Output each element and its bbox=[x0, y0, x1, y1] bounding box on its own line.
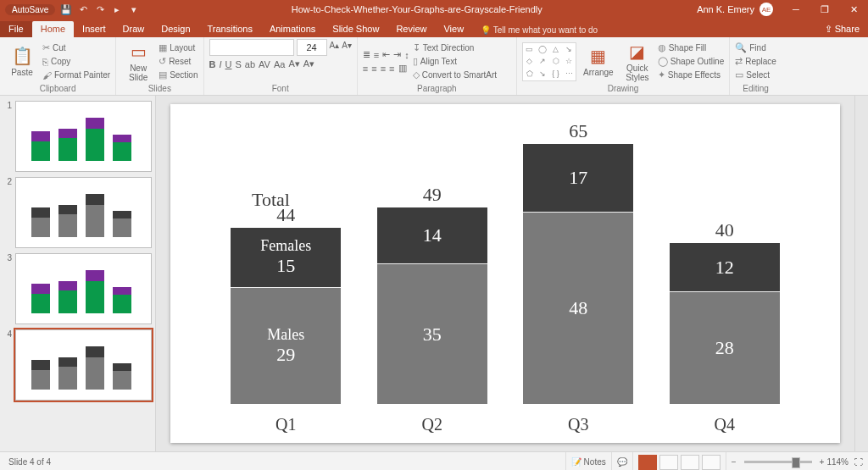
align-text-button[interactable]: ▯Align Text bbox=[413, 55, 497, 68]
highlight-button[interactable]: A▾ bbox=[288, 58, 299, 69]
slide-thumb-1[interactable] bbox=[15, 101, 152, 172]
tab-design[interactable]: Design bbox=[153, 21, 198, 37]
sorter-view-button[interactable] bbox=[659, 455, 678, 470]
bold-button[interactable]: B bbox=[209, 59, 216, 69]
normal-view-button[interactable] bbox=[638, 455, 657, 470]
indent-inc-button[interactable]: ⇥ bbox=[393, 49, 401, 60]
slideshow-icon[interactable]: ▸ bbox=[111, 3, 123, 15]
indent-dec-button[interactable]: ⇤ bbox=[382, 49, 390, 60]
format-painter-button[interactable]: 🖌Format Painter bbox=[42, 69, 110, 81]
line-spacing-button[interactable]: ↕ bbox=[404, 50, 409, 60]
tab-view[interactable]: View bbox=[435, 21, 472, 37]
spacing-button[interactable]: AV bbox=[259, 59, 270, 69]
save-icon[interactable]: 💾 bbox=[60, 3, 72, 15]
font-family-select[interactable] bbox=[209, 39, 294, 56]
find-button[interactable]: 🔍Find bbox=[735, 41, 776, 54]
zoom-slider[interactable] bbox=[744, 461, 812, 463]
females-segment[interactable]: Females15 bbox=[231, 228, 341, 288]
copy-button[interactable]: ⎘Copy bbox=[42, 55, 110, 68]
reset-button[interactable]: ↺Reset bbox=[159, 55, 198, 68]
reading-view-button[interactable] bbox=[681, 455, 699, 470]
tab-insert[interactable]: Insert bbox=[74, 21, 114, 37]
qat-more-icon[interactable]: ▾ bbox=[128, 3, 140, 15]
columns-button[interactable]: ▥ bbox=[398, 63, 407, 74]
bullets-button[interactable]: ≣ bbox=[363, 49, 370, 60]
females-segment[interactable]: 17 bbox=[523, 144, 633, 212]
bar-Q4[interactable]: 402812 bbox=[670, 219, 780, 404]
slideshow-view-button[interactable] bbox=[702, 455, 721, 470]
slide-thumb-3[interactable] bbox=[15, 253, 152, 324]
slide-thumb-4[interactable] bbox=[15, 329, 152, 401]
grow-font-button[interactable]: A▴ bbox=[330, 39, 340, 52]
font-color-button[interactable]: A▾ bbox=[303, 58, 314, 69]
tell-me-search[interactable]: 💡 Tell me what you want to do bbox=[472, 23, 606, 37]
align-left-button[interactable]: ≡ bbox=[363, 64, 368, 74]
font-size-select[interactable]: 24 bbox=[297, 39, 327, 56]
cut-button[interactable]: ✂Cut bbox=[42, 41, 110, 54]
males-segment[interactable]: 28 bbox=[670, 291, 780, 404]
slide-counter[interactable]: Slide 4 of 4 bbox=[0, 457, 59, 467]
zoom-in-button[interactable]: + bbox=[820, 457, 825, 467]
vertical-scrollbar[interactable] bbox=[854, 96, 868, 451]
italic-button[interactable]: I bbox=[219, 59, 221, 69]
arrange-button[interactable]: ▦Arrange bbox=[580, 41, 617, 82]
redo-icon[interactable]: ↷ bbox=[94, 3, 106, 15]
smartart-button[interactable]: ◇Convert to SmartArt bbox=[413, 69, 497, 81]
shape-effects-button[interactable]: ✦Shape Effects bbox=[658, 69, 724, 81]
tab-animations[interactable]: Animations bbox=[261, 21, 324, 37]
shapes-gallery[interactable]: ▭◯△↘ ◇↗⬡☆ ⬠↘{ }⋯ bbox=[522, 42, 576, 81]
bar-Q1[interactable]: 44Males29Females15 bbox=[231, 204, 341, 404]
tab-review[interactable]: Review bbox=[387, 21, 435, 37]
new-slide-button[interactable]: ▭New Slide bbox=[121, 41, 155, 82]
account-menu[interactable]: Ann K. Emery AE bbox=[688, 3, 782, 16]
slide-canvas[interactable]: Total 44Males29Females154935146548174028… bbox=[170, 104, 840, 443]
comments-button[interactable]: 💬 bbox=[611, 452, 632, 470]
shape-fill-button[interactable]: ◍Shape Fill bbox=[658, 41, 724, 54]
tab-file[interactable]: File bbox=[0, 21, 32, 37]
share-button[interactable]: ⇪ Share bbox=[816, 21, 868, 37]
align-center-button[interactable]: ≡ bbox=[371, 64, 376, 74]
shape-outline-button[interactable]: ◯Shape Outline bbox=[658, 55, 724, 68]
males-segment[interactable]: 48 bbox=[523, 212, 633, 404]
select-button[interactable]: ▭Select bbox=[735, 69, 776, 81]
bar-Q2[interactable]: 493514 bbox=[377, 184, 487, 404]
minimize-button[interactable]: ─ bbox=[782, 0, 810, 19]
restore-button[interactable]: ❐ bbox=[810, 0, 839, 19]
undo-icon[interactable]: ↶ bbox=[77, 3, 89, 15]
align-right-button[interactable]: ≡ bbox=[381, 64, 386, 74]
align-text-icon: ▯ bbox=[413, 56, 418, 67]
paste-button[interactable]: 📋Paste bbox=[5, 41, 39, 82]
tab-draw[interactable]: Draw bbox=[114, 21, 153, 37]
layout-button[interactable]: ▦Layout bbox=[159, 41, 198, 54]
tab-transitions[interactable]: Transitions bbox=[199, 21, 261, 37]
tab-slideshow[interactable]: Slide Show bbox=[324, 21, 387, 37]
notes-button[interactable]: 📝 Notes bbox=[565, 452, 611, 470]
stacked-bar-chart[interactable]: Total 44Males29Females154935146548174028… bbox=[213, 113, 798, 434]
section-button[interactable]: ▤Section bbox=[159, 69, 198, 81]
females-segment[interactable]: 12 bbox=[670, 243, 780, 291]
numbering-button[interactable]: ≡ bbox=[374, 50, 379, 60]
case-button[interactable]: Aa bbox=[274, 59, 285, 69]
autosave-toggle[interactable]: AutoSave bbox=[5, 4, 55, 15]
text-direction-button[interactable]: ↧Text Direction bbox=[413, 41, 497, 54]
justify-button[interactable]: ≡ bbox=[389, 64, 394, 74]
males-segment[interactable]: 35 bbox=[377, 263, 487, 404]
quick-styles-button[interactable]: ◪Quick Styles bbox=[620, 41, 654, 82]
zoom-level[interactable]: 114% bbox=[826, 457, 849, 467]
category-label: Q4 bbox=[670, 415, 780, 434]
zoom-out-button[interactable]: − bbox=[732, 457, 737, 467]
bar-Q3[interactable]: 654817 bbox=[523, 120, 633, 404]
underline-button[interactable]: U bbox=[225, 59, 232, 69]
males-segment[interactable]: Males29 bbox=[231, 287, 341, 404]
females-segment[interactable]: 14 bbox=[377, 207, 487, 263]
shadow-button[interactable]: ab bbox=[245, 59, 255, 69]
tab-home[interactable]: Home bbox=[32, 21, 74, 37]
close-button[interactable]: ✕ bbox=[839, 0, 868, 19]
slide-thumb-2[interactable] bbox=[15, 177, 152, 248]
quick-access-toolbar: AutoSave 💾 ↶ ↷ ▸ ▾ bbox=[0, 3, 145, 15]
replace-button[interactable]: ⇄Replace bbox=[735, 55, 776, 68]
slide-editor[interactable]: Total 44Males29Females154935146548174028… bbox=[156, 96, 854, 451]
fit-to-window-button[interactable]: ⛶ bbox=[854, 457, 863, 467]
shrink-font-button[interactable]: A▾ bbox=[342, 39, 352, 52]
strike-button[interactable]: S bbox=[235, 59, 241, 69]
